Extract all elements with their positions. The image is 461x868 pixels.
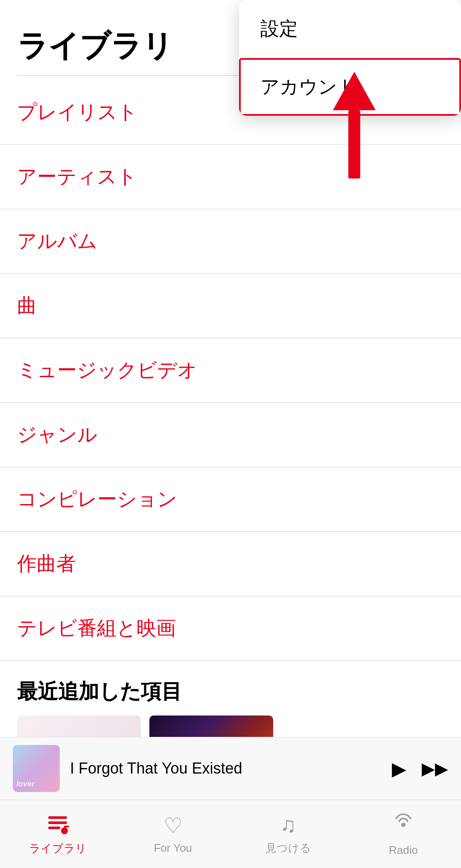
library-list: プレイリスト アーティスト アルバム 曲 ミュージックビデオ ジャンル コンピレ… — [0, 80, 461, 661]
header: ライブラリ 設定 アカウント — [0, 0, 461, 75]
library-item-genres[interactable]: ジャンル — [0, 403, 461, 467]
tab-library-label: ライブラリ — [29, 841, 87, 856]
now-playing-bar: lover I Forgot That You Existed ▶ ▶▶ — [0, 737, 461, 800]
library-tab-icon — [46, 812, 70, 838]
arrow-shaft — [348, 110, 360, 179]
annotation-arrow — [333, 73, 376, 179]
tab-radio[interactable]: Radio — [346, 800, 461, 868]
library-item-composers[interactable]: 作曲者 — [0, 532, 461, 596]
svg-rect-5 — [64, 826, 69, 827]
tab-radio-label: Radio — [389, 844, 418, 857]
tab-browse-label: 見つける — [266, 841, 311, 856]
tab-for-you[interactable]: ♡ For You — [115, 800, 230, 868]
tab-bar: ライブラリ ♡ For You ♫ 見つける Radio — [0, 800, 461, 868]
forward-button[interactable]: ▶▶ — [422, 759, 448, 778]
library-item-artists[interactable]: アーティスト — [0, 145, 461, 209]
tab-browse[interactable]: ♫ 見つける — [230, 800, 346, 868]
tab-for-you-label: For You — [154, 842, 192, 855]
music-note-icon: ♫ — [280, 812, 296, 837]
svg-rect-1 — [48, 821, 67, 824]
settings-menu-item[interactable]: 設定 — [239, 0, 461, 58]
arrow-head — [333, 72, 376, 110]
heart-icon: ♡ — [163, 813, 183, 838]
now-playing-album-art[interactable]: lover — [13, 745, 60, 792]
library-item-albums[interactable]: アルバム — [0, 209, 461, 274]
library-item-tv-movies[interactable]: テレビ番組と映画 — [0, 596, 461, 661]
svg-point-6 — [401, 823, 406, 827]
library-item-music-videos[interactable]: ミュージックビデオ — [0, 338, 461, 403]
svg-rect-2 — [48, 827, 60, 829]
album-art-text: lover — [16, 780, 35, 789]
library-item-songs[interactable]: 曲 — [0, 274, 461, 338]
library-item-compilations[interactable]: コンピレーション — [0, 467, 461, 532]
tab-library[interactable]: ライブラリ — [0, 800, 115, 868]
now-playing-title: I Forgot That You Existed — [70, 760, 382, 777]
svg-rect-0 — [48, 816, 67, 819]
playback-controls: ▶ ▶▶ — [392, 758, 448, 780]
recently-added-title: 最近追加した項目 — [17, 678, 444, 705]
play-button[interactable]: ▶ — [392, 758, 406, 780]
radio-icon — [391, 811, 415, 840]
